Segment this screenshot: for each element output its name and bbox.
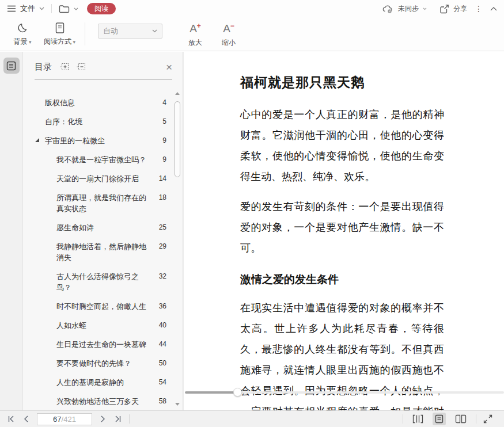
toc-item-label: 古人为什么活得像惊弓之鸟？ xyxy=(56,272,139,292)
scroll-up-arrow[interactable] xyxy=(175,92,180,95)
first-page-button[interactable] xyxy=(8,415,16,422)
sidebar-scrollbar[interactable] xyxy=(174,89,181,409)
more-menu-icon[interactable]: ⋮ xyxy=(475,4,483,13)
scroll-down-arrow[interactable] xyxy=(175,403,180,406)
toc-item-label: 自序：化境 xyxy=(45,117,82,126)
toc-item[interactable]: 愿生命如诗25 xyxy=(23,218,173,237)
toc-title: 目录 xyxy=(35,62,52,73)
toc-panel-button[interactable] xyxy=(3,58,20,74)
hamburger-menu-icon[interactable] xyxy=(7,5,16,13)
toc-item[interactable]: 宇宙里的一粒微尘9 xyxy=(23,131,173,150)
toc-item[interactable]: 所谓真理，就是我们存在的真实状态18 xyxy=(23,188,173,218)
progress-fill xyxy=(185,391,234,394)
file-menu[interactable]: 文件 xyxy=(20,3,35,14)
share-icon[interactable] xyxy=(439,4,449,14)
progress-handle[interactable] xyxy=(233,388,242,396)
toc-item[interactable]: 要不要做时代的先锋？50 xyxy=(23,354,173,373)
toc-item[interactable]: 古人为什么活得像惊弓之鸟？32 xyxy=(23,267,173,297)
font-decrease-icon: A− xyxy=(223,20,234,35)
expand-all-icon[interactable] xyxy=(60,63,69,71)
zoom-in-button[interactable]: A+ 放大 xyxy=(179,19,212,49)
toc-item-page: 25 xyxy=(159,222,166,233)
toc-item[interactable]: 人如水蛭40 xyxy=(23,316,173,335)
next-page-button[interactable] xyxy=(100,415,105,422)
left-panel-strip xyxy=(0,52,23,410)
document-icon xyxy=(54,22,66,34)
body-paragraph: 爱的发生有苛刻的条件：一个是要出现值得爱的对象，一个是要对他产生激情。缺一不可。 xyxy=(240,196,444,258)
toc-item-page: 50 xyxy=(159,358,166,369)
toc-item[interactable]: 自序：化境5 xyxy=(23,112,173,131)
collapse-all-icon[interactable] xyxy=(77,63,85,71)
cloud-unsynced-icon[interactable] xyxy=(382,4,394,14)
prev-page-button[interactable] xyxy=(24,415,29,422)
chevron-down-icon xyxy=(152,29,157,33)
divider xyxy=(51,4,52,13)
toc-header: 目录 × xyxy=(23,52,183,74)
moon-icon xyxy=(17,22,29,34)
single-page-view-button[interactable] xyxy=(433,413,446,425)
toc-item[interactable]: 兴致勃勃地活他三万多天58 xyxy=(23,392,173,410)
toc-item-label: 版权信息 xyxy=(45,98,75,107)
toc-item-page: 5 xyxy=(162,116,166,127)
toc-item-label: 所谓真理，就是我们存在的真实状态 xyxy=(56,193,146,213)
sync-status-label[interactable]: 未同步 xyxy=(398,4,419,14)
read-tab-button[interactable]: 阅读 xyxy=(87,3,116,14)
toc-item[interactable]: 时不时腾空而起，俯瞰人生36 xyxy=(23,297,173,316)
divider xyxy=(35,79,172,80)
share-label[interactable]: 分享 xyxy=(453,4,467,14)
body-paragraph: 心中的爱是一个人真正的财富，是他的精神财富。它滋润他干涸的心田，使他的心变得柔软… xyxy=(240,104,444,187)
toc-item[interactable]: 生日是过去生命的一块墓碑44 xyxy=(23,335,173,354)
status-bar: 67/421 xyxy=(0,410,504,427)
font-increase-icon: A+ xyxy=(190,20,201,35)
toc-item-label: 要不要做时代的先锋？ xyxy=(56,359,131,368)
toc-item-page: 9 xyxy=(162,135,166,146)
toc-item-page: 4 xyxy=(162,97,166,108)
toc-item[interactable]: 我静静地活着，然后静静地消失29 xyxy=(23,237,173,267)
last-page-button[interactable] xyxy=(113,415,121,422)
reading-mode-label: 阅读方式 ▾ xyxy=(44,37,75,47)
chapter-title: 福柯就是那只黑天鹅 xyxy=(240,74,444,92)
toc-item-label: 宇宙里的一粒微尘 xyxy=(45,136,105,145)
page-number-input[interactable]: 67/421 xyxy=(37,413,92,425)
divider xyxy=(403,414,403,424)
toc-item-label: 天堂的一扇大门徐徐开启 xyxy=(56,174,139,183)
close-sidebar-icon[interactable]: × xyxy=(166,62,172,73)
reading-progress-slider[interactable] xyxy=(185,388,504,396)
toc-item-label: 时不时腾空而起，俯瞰人生 xyxy=(56,302,146,311)
zoom-mode-dropdown[interactable]: 自动 xyxy=(98,24,162,39)
toc-item-label: 人如水蛭 xyxy=(56,321,86,330)
toc-list-icon xyxy=(6,61,16,71)
reading-toolbar: 背景 ▾ 阅读方式 ▾ 自动 A+ 放大 A− 缩小 xyxy=(0,17,504,51)
body-paragraph: 在现实生活中遭遇值得爱的对象的概率并不太高。世上许多人为此耗尽青春，等待很久，最… xyxy=(240,298,444,427)
folder-icon[interactable] xyxy=(59,5,70,13)
toc-item-page: 29 xyxy=(159,241,166,252)
scrollbar-thumb[interactable] xyxy=(175,101,180,177)
collapse-ribbon-icon[interactable] xyxy=(490,7,497,11)
divider xyxy=(476,414,476,424)
chevron-down-icon[interactable] xyxy=(423,7,427,10)
expanded-triangle-icon[interactable] xyxy=(35,138,40,143)
toc-item[interactable]: 天堂的一扇大门徐徐开启14 xyxy=(23,169,173,188)
total-pages: 421 xyxy=(63,415,76,424)
chevron-down-icon[interactable] xyxy=(74,7,78,10)
toc-item-page: 58 xyxy=(159,396,166,407)
background-button[interactable]: 背景 ▾ xyxy=(6,19,39,49)
current-page: 67 xyxy=(53,415,61,424)
two-page-view-button[interactable] xyxy=(453,413,469,425)
reading-mode-button[interactable]: 阅读方式 ▾ xyxy=(39,19,80,49)
divider xyxy=(85,22,85,45)
fullscreen-button[interactable] xyxy=(483,414,492,424)
toc-item[interactable]: 我不就是一粒宇宙微尘吗？9 xyxy=(23,150,173,169)
toc-item[interactable]: 人生的基调是寂静的54 xyxy=(23,373,173,392)
zoom-out-button[interactable]: A− 缩小 xyxy=(212,19,245,49)
toc-item-page: 18 xyxy=(159,192,166,203)
section-heading: 激情之爱的发生条件 xyxy=(240,272,444,287)
toc-item-page: 44 xyxy=(159,339,166,350)
toc-item-label: 人生的基调是寂静的 xyxy=(56,378,124,387)
book-page: 福柯就是那只黑天鹅心中的爱是一个人真正的财富，是他的精神财富。它滋润他干涸的心田… xyxy=(184,52,504,427)
toc-item-label: 愿生命如诗 xyxy=(56,223,94,232)
chevron-down-icon[interactable] xyxy=(39,7,44,10)
toc-item-page: 40 xyxy=(159,320,166,331)
toc-item[interactable]: 版权信息4 xyxy=(23,93,173,112)
scroll-view-button[interactable] xyxy=(410,413,426,425)
